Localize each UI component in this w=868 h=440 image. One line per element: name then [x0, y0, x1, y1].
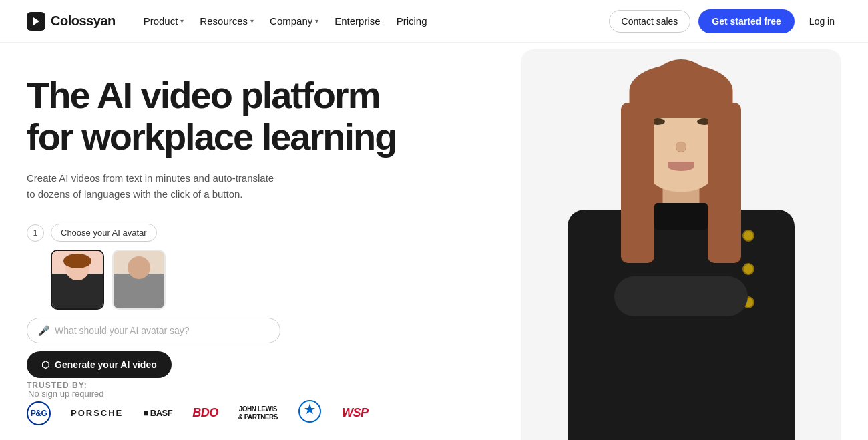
hair-right: [708, 103, 741, 263]
wsp-logo: WSP: [342, 406, 369, 420]
contact-sales-button[interactable]: Contact sales: [609, 10, 691, 33]
pg-logo: P&G: [27, 401, 51, 425]
trusted-section: TRUSTED BY: P&G PORSCHE ■ BASF BDO JOHN …: [27, 381, 368, 427]
hero-subtitle: Create AI videos from text in minutes an…: [27, 170, 280, 202]
brand-logos: P&G PORSCHE ■ BASF BDO JOHN LEWIS& PARTN…: [27, 399, 368, 427]
left-section: The AI video platform for workplace lear…: [0, 43, 454, 440]
chevron-down-icon: ▾: [250, 17, 254, 25]
microphone-icon: 🎤: [38, 325, 49, 336]
generate-icon: ⬡: [41, 359, 49, 370]
choose-avatar-tag: Choose your AI avatar: [51, 224, 157, 242]
person-mouth: [668, 162, 694, 171]
avatar-speech-input-row[interactable]: 🎤 What should your AI avatar say?: [27, 318, 280, 343]
bdo-logo: BDO: [192, 406, 218, 420]
avatar-row: [51, 250, 280, 310]
chevron-down-icon: ▾: [180, 17, 184, 25]
nav-pricing[interactable]: Pricing: [390, 11, 434, 31]
person-nose: [676, 142, 686, 152]
avatar-male-card[interactable]: [112, 250, 166, 310]
hero-title: The AI video platform for workplace lear…: [27, 75, 427, 157]
person-arms: [614, 276, 748, 316]
nav-links: Product ▾ Resources ▾ Company ▾ Enterpri…: [137, 11, 434, 31]
johnlewis-logo: JOHN LEWIS& PARTNERS: [238, 405, 278, 421]
logo-text: Colossyan: [51, 13, 116, 29]
porsche-logo: PORSCHE: [71, 408, 123, 418]
login-button[interactable]: Log in: [803, 11, 841, 32]
nav-company[interactable]: Company ▾: [263, 11, 325, 31]
person-jacket: [568, 210, 795, 440]
svg-marker-0: [33, 17, 39, 25]
step-label: 1 Choose your AI avatar: [27, 224, 280, 242]
nav-enterprise[interactable]: Enterprise: [328, 11, 387, 31]
nav-product[interactable]: Product ▾: [137, 11, 191, 31]
logo-area: Colossyan: [27, 12, 116, 31]
svg-marker-2: [304, 403, 315, 414]
navbar: Colossyan Product ▾ Resources ▾ Company …: [0, 0, 868, 43]
button-1: [742, 230, 754, 242]
basf-logo: ■ BASF: [143, 408, 172, 418]
nav-left: Colossyan Product ▾ Resources ▾ Company …: [27, 11, 434, 31]
speech-input-placeholder: What should your AI avatar say?: [55, 325, 190, 336]
colossyan-logo-icon: [27, 12, 45, 31]
main-content: The AI video platform for workplace lear…: [0, 43, 868, 440]
step-number: 1: [27, 224, 44, 242]
hair-left: [621, 103, 654, 263]
jacket-collar: [654, 203, 708, 230]
nav-right: Contact sales Get started free Log in: [609, 9, 841, 33]
trusted-by-label: TRUSTED BY:: [27, 381, 368, 390]
hero-person-image: [521, 49, 841, 440]
male-avatar-image: [114, 251, 164, 308]
demo-widget: 1 Choose your AI avatar 🎤 What should yo…: [27, 224, 280, 399]
nav-resources[interactable]: Resources ▾: [193, 11, 260, 31]
chevron-down-icon: ▾: [315, 17, 318, 25]
right-section: [494, 43, 868, 440]
paramount-logo: [298, 399, 322, 427]
generate-video-button[interactable]: ⬡ Generate your AI video: [27, 351, 172, 378]
avatar-female-card[interactable]: [51, 250, 104, 310]
get-started-button[interactable]: Get started free: [698, 9, 794, 33]
button-2: [742, 263, 754, 275]
female-avatar-image: [52, 251, 103, 308]
